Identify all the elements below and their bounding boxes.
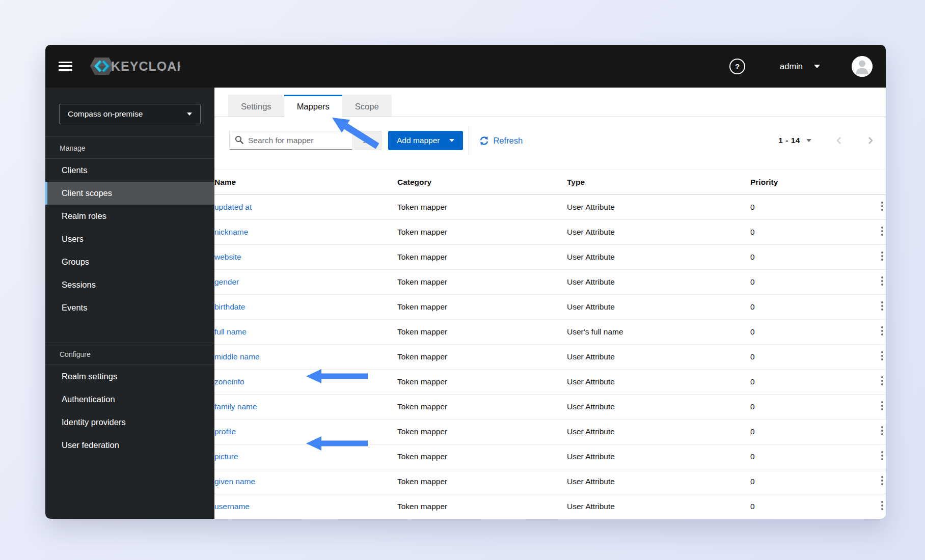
tab-settings[interactable]: Settings bbox=[228, 95, 284, 117]
tab-mappers[interactable]: Mappers bbox=[284, 95, 342, 117]
nav-group-manage: ClientsClient scopesRealm rolesUsersGrou… bbox=[45, 159, 214, 319]
refresh-icon bbox=[479, 136, 489, 146]
cell-name: middle name bbox=[214, 345, 397, 370]
tabs-filler bbox=[392, 95, 886, 117]
cell-actions bbox=[842, 494, 886, 519]
sidebar-item-groups[interactable]: Groups bbox=[45, 250, 214, 273]
kebab-menu-icon[interactable] bbox=[879, 251, 886, 261]
cell-priority: 0 bbox=[750, 469, 842, 494]
table-row: profileToken mapperUser Attribute0 bbox=[214, 419, 886, 444]
cell-actions bbox=[842, 195, 886, 220]
mapper-link[interactable]: full name bbox=[214, 327, 247, 336]
cell-priority: 0 bbox=[750, 270, 842, 295]
tabs-bar: SettingsMappersScope bbox=[214, 95, 886, 117]
cell-name: username bbox=[214, 494, 397, 519]
cell-type: User Attribute bbox=[567, 220, 750, 245]
cell-category: Token mapper bbox=[397, 245, 567, 270]
mapper-link[interactable]: updated at bbox=[214, 203, 252, 211]
mapper-link[interactable]: zoneinfo bbox=[214, 377, 244, 386]
cell-priority: 0 bbox=[750, 395, 842, 419]
sidebar-item-identity-providers[interactable]: Identity providers bbox=[45, 411, 214, 434]
kebab-menu-icon[interactable] bbox=[879, 476, 886, 485]
kebab-menu-icon[interactable] bbox=[879, 227, 886, 236]
cell-name: website bbox=[214, 245, 397, 270]
table-row: pictureToken mapperUser Attribute0 bbox=[214, 444, 886, 469]
avatar[interactable] bbox=[852, 56, 873, 77]
mapper-link[interactable]: family name bbox=[214, 402, 257, 411]
cell-actions bbox=[842, 370, 886, 395]
mapper-link[interactable]: gender bbox=[214, 277, 239, 286]
column-header-name: Name bbox=[214, 170, 397, 195]
column-header-actions bbox=[842, 170, 886, 195]
sidebar-item-client-scopes[interactable]: Client scopes bbox=[45, 182, 214, 205]
mapper-link[interactable]: website bbox=[214, 253, 241, 261]
chevron-left-icon[interactable] bbox=[836, 136, 842, 145]
sidebar-item-realm-settings[interactable]: Realm settings bbox=[45, 365, 214, 388]
page: { "masthead": { "brand": "KEYCLOAK", "he… bbox=[0, 0, 925, 560]
mapper-link[interactable]: nickname bbox=[214, 228, 248, 236]
cell-name: family name bbox=[214, 395, 397, 419]
cell-category: Token mapper bbox=[397, 220, 567, 245]
cell-actions bbox=[842, 320, 886, 345]
kebab-menu-icon[interactable] bbox=[879, 501, 886, 510]
table-row: birthdateToken mapperUser Attribute0 bbox=[214, 295, 886, 320]
refresh-button[interactable]: Refresh bbox=[479, 136, 523, 146]
caret-down-icon[interactable] bbox=[806, 139, 811, 142]
cell-category: Token mapper bbox=[397, 469, 567, 494]
mappers-table: Name Category Type Priority updated atTo… bbox=[214, 169, 886, 519]
kebab-menu-icon[interactable] bbox=[879, 401, 886, 410]
cell-actions bbox=[842, 295, 886, 320]
kebab-menu-icon[interactable] bbox=[879, 276, 886, 286]
main-content: SettingsMappersScope → bbox=[214, 88, 886, 519]
tab-scope[interactable]: Scope bbox=[342, 95, 392, 117]
kebab-menu-icon[interactable] bbox=[879, 451, 886, 460]
kebab-menu-icon[interactable] bbox=[879, 351, 886, 360]
cell-type: User Attribute bbox=[567, 469, 750, 494]
kebab-menu-icon[interactable] bbox=[879, 376, 886, 385]
mapper-link[interactable]: username bbox=[214, 502, 250, 511]
sidebar-item-user-federation[interactable]: User federation bbox=[45, 434, 214, 457]
table-row: nicknameToken mapperUser Attribute0 bbox=[214, 220, 886, 245]
svg-text:KEYCLOAK: KEYCLOAK bbox=[111, 59, 180, 73]
masthead-actions: ? admin bbox=[729, 56, 873, 77]
kebab-menu-icon[interactable] bbox=[879, 202, 886, 211]
chevron-right-icon[interactable] bbox=[867, 136, 874, 145]
kebab-menu-icon[interactable] bbox=[879, 426, 886, 435]
cell-priority: 0 bbox=[750, 419, 842, 444]
search-submit-button[interactable]: → bbox=[352, 131, 381, 150]
mapper-link[interactable]: profile bbox=[214, 427, 236, 436]
sidebar-item-realm-roles[interactable]: Realm roles bbox=[45, 205, 214, 228]
cell-actions bbox=[842, 345, 886, 370]
cell-category: Token mapper bbox=[397, 345, 567, 370]
help-icon[interactable]: ? bbox=[729, 59, 745, 74]
realm-selector[interactable]: Compass on-premise bbox=[59, 104, 201, 124]
mapper-link[interactable]: middle name bbox=[214, 352, 260, 361]
cell-actions bbox=[842, 469, 886, 494]
cell-category: Token mapper bbox=[397, 320, 567, 345]
mapper-link[interactable]: birthdate bbox=[214, 302, 245, 311]
sidebar-item-users[interactable]: Users bbox=[45, 228, 214, 250]
kebab-menu-icon[interactable] bbox=[879, 301, 886, 311]
sidebar-item-clients[interactable]: Clients bbox=[45, 159, 214, 182]
user-menu[interactable]: admin bbox=[780, 62, 820, 71]
mapper-link[interactable]: picture bbox=[214, 452, 238, 461]
kebab-menu-icon[interactable] bbox=[879, 326, 886, 335]
sidebar-item-sessions[interactable]: Sessions bbox=[45, 273, 214, 296]
toolbar-divider bbox=[469, 126, 469, 155]
keycloak-logo: KEYCLOAK bbox=[90, 56, 180, 76]
sidebar-item-events[interactable]: Events bbox=[45, 296, 214, 319]
add-mapper-button[interactable]: Add mapper bbox=[388, 131, 463, 150]
app-window: KEYCLOAK ? admin Compass on-premise bbox=[45, 45, 886, 519]
pagination-range: 1 - 14 bbox=[778, 136, 800, 145]
cell-type: User Attribute bbox=[567, 345, 750, 370]
mapper-link[interactable]: given name bbox=[214, 477, 255, 486]
cell-name: zoneinfo bbox=[214, 370, 397, 395]
sidebar-item-authentication[interactable]: Authentication bbox=[45, 388, 214, 411]
search-input[interactable] bbox=[230, 131, 352, 150]
cell-category: Token mapper bbox=[397, 419, 567, 444]
cell-actions bbox=[842, 395, 886, 419]
cell-priority: 0 bbox=[750, 320, 842, 345]
column-header-category: Category bbox=[397, 170, 567, 195]
cell-name: full name bbox=[214, 320, 397, 345]
hamburger-menu-icon[interactable] bbox=[59, 62, 72, 71]
